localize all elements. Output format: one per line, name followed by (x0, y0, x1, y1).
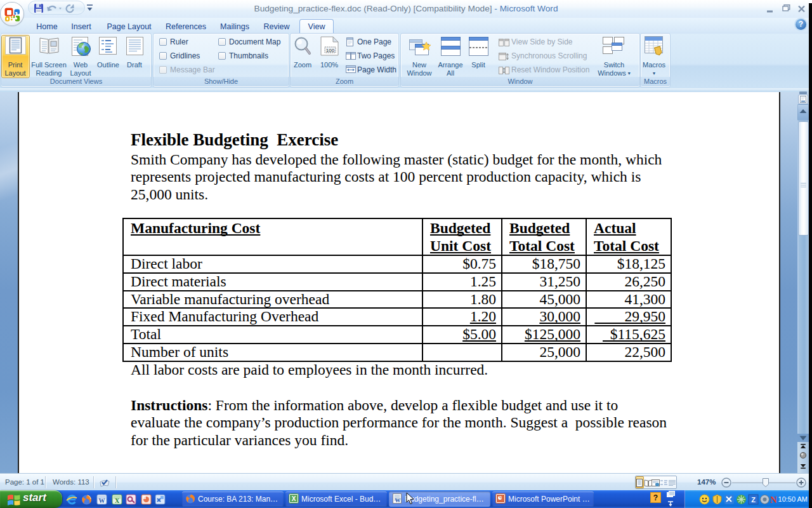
svg-text:W: W (395, 497, 401, 504)
svg-text:X: X (115, 497, 120, 504)
svg-text:W: W (99, 497, 105, 504)
svg-text:?: ? (653, 493, 658, 502)
svg-text:Z: Z (751, 496, 756, 504)
svg-text:N: N (770, 495, 777, 505)
svg-text:X: X (292, 495, 296, 502)
